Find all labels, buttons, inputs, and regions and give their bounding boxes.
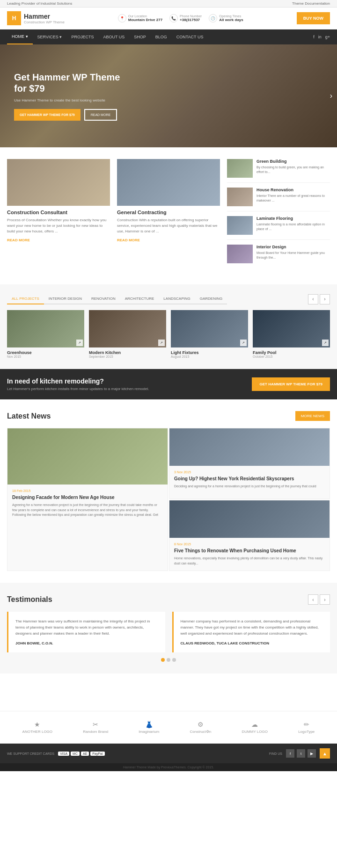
support-text: WE SUPPORT CREDIT CARDS (7, 752, 54, 755)
testimonial-text-2: Hammer company has performed in a consis… (181, 619, 323, 637)
location-icon: 📍 (118, 14, 126, 22)
nav-about[interactable]: ABOUT US (98, 29, 129, 44)
tab-renovation[interactable]: RENOVATION (87, 294, 120, 304)
news-excerpt-2: Deciding and agreeing for a home renovat… (174, 484, 325, 489)
footer-credit-line: Hammer Theme Made by PreviousThemes. Cop… (0, 763, 337, 771)
dot-1[interactable] (161, 658, 165, 662)
tab-all-projects[interactable]: ALL PROJECTS (7, 294, 44, 304)
navigation: HOME ▾ SERVICES ▾ PROJECTS ABOUT US SHOP… (0, 29, 337, 44)
project-item-3[interactable]: ↗ Light Fixtures August 2015 (171, 310, 248, 360)
news-card-content-2: 3 Nov 2015 Going Up? Highest New York Re… (169, 466, 330, 494)
service-right-item-1: Green Building By choosing to build gree… (227, 159, 330, 183)
service-right-column: Green Building By choosing to build gree… (227, 159, 330, 273)
project-name-3: Light Fixtures (171, 350, 248, 355)
news-card-title-2[interactable]: Going Up? Highest New York Residential S… (174, 476, 325, 482)
nav-blog[interactable]: BLOG (151, 29, 172, 44)
read-more-1[interactable]: READ MORE (7, 238, 30, 242)
project-name-1: Greenhouse (7, 350, 84, 355)
project-date-1: Nov 2015 (7, 355, 84, 358)
buy-button[interactable]: BUY NOW (297, 12, 330, 24)
nav-services[interactable]: SERVICES ▾ (33, 29, 67, 44)
services-grid: Construction Consultant Process of Consu… (7, 159, 330, 273)
news-excerpt-1: Agreeing for a home renovation project i… (12, 503, 163, 518)
brand-2[interactable]: ✂ Random Brand (83, 721, 108, 734)
logo-area[interactable]: H Hammer Construction WP Theme (7, 11, 65, 25)
scroll-up-button[interactable]: ▲ (320, 748, 330, 759)
footer-left: WE SUPPORT CREDIT CARDS VISA MC AE PayPa… (7, 752, 105, 756)
service-item-1: Construction Consultant Process of Consu… (7, 159, 110, 273)
hours-label: Opening Times (219, 14, 243, 18)
brand-5[interactable]: ☁ DUMMY LOGO (242, 721, 268, 734)
brand-6[interactable]: ✏ LogoType (298, 721, 315, 734)
logo-icon: H (7, 11, 21, 25)
footer-right: FIND US f t ▶ ▲ (269, 748, 330, 759)
project-image-3: ↗ (171, 310, 248, 347)
brand-name-2: Random Brand (83, 730, 108, 734)
service-right-title-4: Interior Design (256, 245, 330, 249)
phone-icon: 📞 (169, 14, 178, 22)
nav-projects[interactable]: PROJECTS (66, 29, 98, 44)
projects-next-arrow[interactable]: › (320, 294, 330, 304)
news-card-title-3[interactable]: Five Things to Renovate When Purchasing … (174, 548, 325, 554)
footer-youtube-icon[interactable]: ▶ (308, 749, 316, 758)
dot-2[interactable] (167, 658, 170, 662)
brand-name-4: Construct⚙n (190, 730, 212, 734)
facebook-icon[interactable]: f (313, 35, 315, 39)
brands-section: ★ ANOTHER LOGO ✂ Random Brand 👗 Imaginar… (0, 711, 337, 744)
nav-home[interactable]: HOME ▾ (7, 29, 33, 44)
service-thumb-2 (227, 188, 253, 206)
nav-links: HOME ▾ SERVICES ▾ PROJECTS ABOUT US SHOP… (7, 29, 208, 44)
card-ae: AE (81, 752, 89, 756)
news-date-2: 3 Nov 2015 (174, 470, 325, 474)
project-item-4[interactable]: ↗ Family Pool October 2015 (253, 310, 330, 360)
more-news-button[interactable]: MORE NEWS (295, 411, 330, 421)
read-more-2[interactable]: READ MORE (117, 238, 140, 242)
testimonials-prev-arrow[interactable]: ‹ (308, 594, 318, 605)
projects-prev-arrow[interactable]: ‹ (308, 294, 318, 304)
linkedin-icon[interactable]: in (318, 35, 322, 39)
cta-banner: In need of kitchen remodeling? Let Hamme… (0, 369, 337, 399)
hero-next-arrow[interactable]: › (330, 92, 332, 100)
logo-text: Hammer Construction WP Theme (24, 13, 65, 24)
tab-gardening[interactable]: GARDENING (195, 294, 227, 304)
location-info: 📍 Our Location Mountain Drive 277 (118, 14, 162, 22)
testimonials-next-arrow[interactable]: › (320, 594, 330, 605)
brand-1[interactable]: ★ ANOTHER LOGO (22, 721, 52, 734)
project-item-2[interactable]: ↗ Modern Kitchen September 2015 (89, 310, 166, 360)
footer-twitter-icon[interactable]: t (297, 749, 305, 758)
brand-name-1: ANOTHER LOGO (22, 730, 52, 734)
location-label: Our Location (128, 14, 162, 18)
cta-button[interactable]: GET HAMMER WP THEME FOR $79 (252, 377, 330, 391)
project-item-1[interactable]: ↗ Greenhouse Nov 2015 (7, 310, 84, 360)
card-mc: MC (71, 752, 80, 756)
testimonial-text-1: The Hammer team was very sufficient in m… (15, 619, 158, 637)
footer-facebook-icon[interactable]: f (286, 749, 294, 758)
news-card-content-3: 8 Nov 2015 Five Things to Renovate When … (169, 538, 330, 571)
project-arrow-3: ↗ (240, 340, 247, 346)
tab-arrows: ‹ › (308, 294, 330, 304)
tab-landscaping[interactable]: LANDSCAPING (159, 294, 195, 304)
hero-primary-button[interactable]: GET HAMMER WP THEME FOR $79 (14, 109, 81, 121)
google-icon[interactable]: g+ (325, 35, 330, 39)
tab-architecture[interactable]: ARCHITECTURE (120, 294, 159, 304)
tab-interior-design[interactable]: INTERIOR DESIGN (44, 294, 87, 304)
service-desc-1: Process of Consultation Whether you know… (7, 217, 110, 234)
cta-desc: Let Hammer's perform kitchen installs fr… (7, 387, 149, 391)
dot-3[interactable] (172, 658, 176, 662)
service-desc-2: Construction With a reputation built on … (117, 217, 220, 234)
nav-contact[interactable]: CONTACT US (172, 29, 208, 44)
project-date-3: August 2015 (171, 355, 248, 358)
brand-4[interactable]: ⚙ Construct⚙n (190, 721, 212, 734)
service-item-2: General Contracting Construction With a … (117, 159, 220, 273)
brand-3[interactable]: 👗 Imaginarium (139, 721, 159, 734)
news-card-title-1[interactable]: Designing Facade for Modern New Age Hous… (12, 494, 163, 500)
service-right-desc-1: By choosing to build green, you are maki… (256, 165, 330, 174)
project-name-2: Modern Kitchen (89, 350, 166, 355)
hero-secondary-button[interactable]: READ MORE (84, 109, 117, 121)
card-paypal: PayPal (90, 752, 104, 756)
service-title-1: Construction Consultant (7, 210, 110, 215)
top-bar: Leading Provider of Industrial Solutions… (0, 0, 337, 7)
cta-title: In need of kitchen remodeling? (7, 377, 149, 385)
nav-shop[interactable]: SHOP (129, 29, 151, 44)
service-thumb-4 (227, 245, 253, 263)
